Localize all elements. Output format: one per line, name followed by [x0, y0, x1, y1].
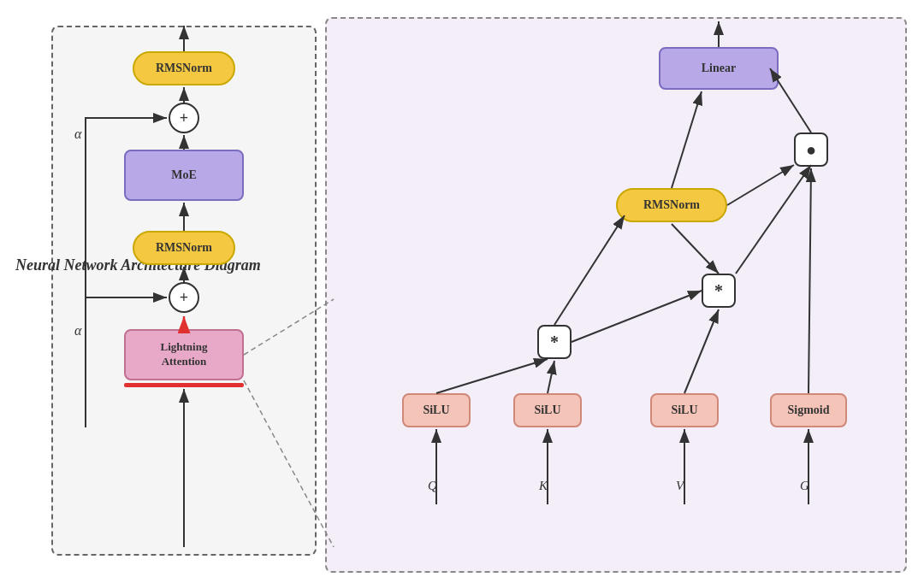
k-label: K — [539, 479, 548, 493]
plus-mid-node: + — [169, 282, 199, 313]
rmsnorm-mid-node: RMSNorm — [133, 231, 235, 265]
dot-op-node: ● — [794, 132, 828, 167]
silu-q-node: SiLU — [402, 393, 471, 427]
star-bot-node: * — [537, 325, 572, 359]
sigmoid-g-node: Sigmoid — [770, 393, 847, 427]
silu-k-node: SiLU — [513, 393, 582, 427]
lightning-attention-node: LightningAttention — [124, 329, 244, 380]
linear-node: Linear — [659, 47, 779, 90]
red-underline — [124, 383, 244, 387]
silu-v-node: SiLU — [650, 393, 719, 427]
g-label: G — [800, 479, 809, 493]
plus-top-node: + — [169, 103, 199, 133]
moe-node: MoE — [124, 150, 244, 201]
alpha-bot-label: α — [74, 323, 81, 339]
alpha-top-label: α — [74, 127, 81, 142]
star-top-node: * — [702, 274, 736, 308]
diagram-container: Neural Network Architecture Diagram RMSN… — [0, 0, 924, 583]
q-label: Q — [428, 479, 437, 493]
v-label: V — [676, 479, 684, 493]
rmsnorm-top-node: RMSNorm — [133, 51, 235, 85]
right-panel — [325, 17, 907, 573]
rmsnorm-right-node: RMSNorm — [616, 188, 727, 222]
